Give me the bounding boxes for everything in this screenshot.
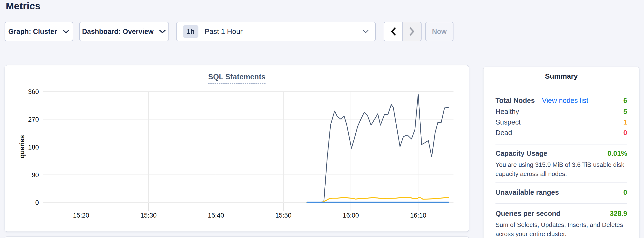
chevron-right-icon [409,27,415,36]
now-button[interactable]: Now [425,22,454,41]
chevron-down-icon [362,29,369,34]
dashboard-dropdown[interactable]: Dashboard: Overview [79,22,169,41]
graph-dropdown-label: Graph: Cluster [8,28,57,36]
svg-text:180: 180 [28,144,39,151]
total-nodes-label: Total Nodes [496,97,535,104]
dark-slate-series [307,94,448,202]
time-range-label: Past 1 Hour [205,27,362,36]
svg-text:15:30: 15:30 [140,212,157,219]
summary-title: Summary [484,72,639,80]
divider [496,144,627,145]
dashboard-dropdown-label: Dashboard: Overview [82,28,154,36]
time-range-picker[interactable]: 1h Past 1 Hour [176,22,376,41]
svg-text:360: 360 [28,88,39,95]
total-nodes-value: 6 [623,97,627,104]
svg-text:16:10: 16:10 [410,212,426,219]
next-time-button[interactable] [402,22,421,41]
svg-text:15:40: 15:40 [208,212,224,219]
divider [496,182,627,183]
now-button-label: Now [432,28,446,36]
svg-text:0: 0 [35,199,39,206]
previous-time-button[interactable] [384,22,402,41]
time-step-buttons [384,22,422,41]
svg-text:270: 270 [28,116,39,123]
sql-statements-chart[interactable]: 15:2015:3015:4015:5016:0016:100901802703… [5,65,469,231]
page-title: Metrics [6,1,40,12]
chevron-down-icon [159,29,166,34]
sql-statements-card: SQL Statements queries 15:2015:3015:4015… [5,65,469,231]
queries-per-second-row: Queries per second 328.9 [496,210,627,217]
unavailable-ranges-value: 0 [623,188,627,196]
svg-text:90: 90 [32,171,39,179]
svg-text:16:00: 16:00 [343,212,359,219]
dead-label: Dead [496,129,512,137]
svg-text:15:50: 15:50 [275,212,292,219]
suspect-label: Suspect [496,118,521,126]
total-nodes-row: Total Nodes View nodes list 6 [496,97,627,104]
healthy-value: 5 [623,108,627,116]
suspect-nodes-row: Suspect 1 [496,118,627,126]
suspect-value: 1 [623,118,627,126]
healthy-nodes-row: Healthy 5 [496,108,627,116]
unavailable-ranges-label: Unavailable ranges [496,188,559,196]
dead-nodes-row: Dead 0 [496,129,627,137]
capacity-usage-row: Capacity Usage 0.01% [496,150,627,158]
chevron-down-icon [62,29,70,34]
capacity-usage-value: 0.01% [608,150,627,158]
queries-per-second-label: Queries per second [496,210,560,217]
healthy-label: Healthy [496,108,519,116]
chevron-left-icon [390,27,396,36]
queries-per-second-description: Sum of Selects, Updates, Inserts, and De… [496,220,629,238]
capacity-usage-description: You are using 315.9 MiB of 3.6 TiB usabl… [496,160,629,178]
summary-panel: Summary Total Nodes View nodes list 6 He… [484,67,639,238]
svg-text:15:20: 15:20 [73,212,89,219]
view-nodes-list-link[interactable]: View nodes list [542,97,623,104]
time-range-badge: 1h [183,25,198,38]
unavailable-ranges-row: Unavailable ranges 0 [496,188,627,196]
queries-per-second-value: 328.9 [610,210,627,217]
graph-dropdown[interactable]: Graph: Cluster [4,22,73,41]
yellow-series [307,197,448,202]
next-chart-card [5,236,469,238]
divider [496,203,627,204]
dead-value: 0 [623,129,627,137]
capacity-usage-label: Capacity Usage [496,150,547,158]
